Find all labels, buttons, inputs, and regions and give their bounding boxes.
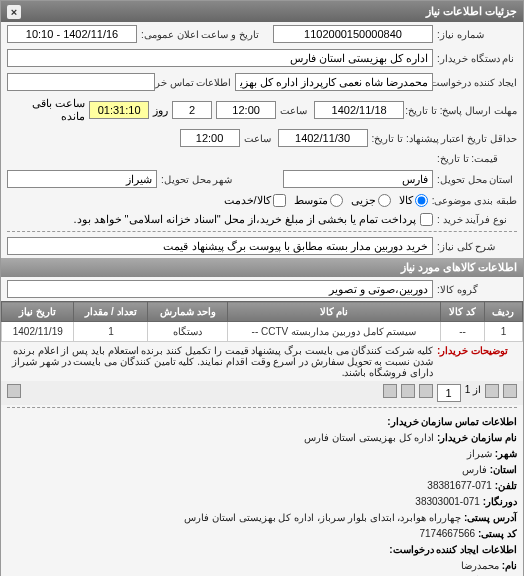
c-city-label: شهر: — [495, 448, 517, 459]
c-fax-label: دورنگار: — [483, 496, 517, 507]
category-radio-group: کالا جزیی متوسط کالا/خدمت — [224, 194, 428, 207]
th-date: تاریخ نیاز — [2, 302, 74, 322]
goods-group-label: گروه کالا: — [437, 284, 517, 295]
province-label: استان محل تحویل: — [437, 174, 517, 185]
requester-input[interactable] — [235, 73, 433, 91]
th-row: ردیف — [484, 302, 522, 322]
remaining-time-input — [89, 101, 149, 119]
buyer-notes-text: کلیه شرکت کنندگان می بایست برگ پیشنهاد ق… — [7, 345, 433, 378]
first-page-icon[interactable] — [503, 384, 517, 398]
time-label-1: ساعت — [280, 105, 310, 116]
validity-time-input[interactable] — [180, 129, 240, 147]
goods-group-input[interactable] — [7, 280, 433, 298]
th-qty: تعداد / مقدار — [74, 302, 148, 322]
th-code: کد کالا — [441, 302, 485, 322]
days-input[interactable] — [172, 101, 212, 119]
city-label: شهر محل تحویل: — [161, 174, 241, 185]
c-city-value: شیراز — [467, 448, 492, 459]
contact-section-title: اطلاعات تماس سازمان خریدار: — [387, 416, 517, 427]
goods-table: ردیف کد کالا نام کالا واحد شمارش تعداد /… — [1, 301, 523, 342]
table-header-row: ردیف کد کالا نام کالا واحد شمارش تعداد /… — [2, 302, 523, 322]
days-label: روز — [153, 104, 168, 117]
announce-label: تاریخ و ساعت اعلان عمومی: — [141, 29, 259, 40]
requester-section-title: اطلاعات ایجاد کننده درخواست: — [389, 544, 517, 555]
buyer-org-input[interactable] — [7, 49, 433, 67]
requester-label: ایجاد کننده درخواست: — [437, 77, 517, 88]
c-province-label: استان: — [490, 464, 517, 475]
org-value: اداره کل بهزیستی استان فارس — [304, 432, 434, 443]
panel-title: جزئیات اطلاعات نیاز — [426, 5, 517, 17]
remaining-label: ساعت باقی مانده — [7, 97, 85, 123]
buyer-contact-input[interactable] — [7, 73, 155, 91]
announce-input[interactable] — [7, 25, 137, 43]
prev-page-icon[interactable] — [485, 384, 499, 398]
contact-info-block: اطلاعات تماس سازمان خریدار: نام سازمان خ… — [1, 410, 523, 576]
need-number-label: شماره نیاز: — [437, 29, 517, 40]
response-deadline-label: مهلت ارسال پاسخ: تا تاریخ: — [408, 105, 517, 116]
need-number-input[interactable] — [273, 25, 433, 43]
export-icon[interactable] — [7, 384, 21, 398]
buyer-notes-label: توضیحات خریدار: — [437, 345, 517, 356]
buyer-contact-label: اطلاعات تماس خریدار — [159, 77, 231, 88]
response-date-input[interactable] — [314, 101, 404, 119]
validity-date-input[interactable] — [278, 129, 368, 147]
response-time-input[interactable] — [216, 101, 276, 119]
c-phone-label: تلفن: — [495, 480, 517, 491]
cat-service-radio[interactable]: کالا/خدمت — [224, 194, 286, 207]
need-desc-label: شرح کلی نیاز: — [437, 241, 517, 252]
page-num-input[interactable] — [437, 384, 461, 402]
buyer-org-label: نام دستگاه خریدار: — [437, 53, 517, 64]
c-fax-value: 071-38303001 — [415, 496, 480, 507]
cat-medium-radio[interactable]: متوسط — [294, 194, 343, 207]
c-address-label: آدرس پستی: — [464, 512, 517, 523]
c-name-label: نام: — [502, 560, 517, 571]
cat-all-radio[interactable]: کالا — [399, 194, 428, 207]
th-name: نام کالا — [227, 302, 440, 322]
table-row[interactable]: 1 -- سیستم کامل دوربین مداربسته CCTV -- … — [2, 322, 523, 342]
process-checkbox[interactable] — [420, 213, 433, 226]
th-unit: واحد شمارش — [148, 302, 227, 322]
panel-header: جزئیات اطلاعات نیاز × — [1, 1, 523, 22]
c-postal-label: کد پستی: — [478, 528, 517, 539]
c-postal-value: 7174667566 — [419, 528, 475, 539]
refresh-icon[interactable] — [383, 384, 397, 398]
cat-part-radio[interactable]: جزیی — [351, 194, 391, 207]
next-page-icon[interactable] — [419, 384, 433, 398]
page-info: از 1 — [465, 384, 481, 402]
process-text: پرداخت تمام یا بخشی از مبلغ خرید،از محل … — [73, 213, 416, 226]
c-province-value: فارس — [462, 464, 487, 475]
province-input[interactable] — [283, 170, 433, 188]
org-label: نام سازمان خریدار: — [437, 432, 517, 443]
details-panel: جزئیات اطلاعات نیاز × شماره نیاز: تاریخ … — [0, 0, 524, 576]
pager-toolbar: از 1 — [1, 381, 523, 405]
goods-section-title: اطلاعات کالاهای مورد نیاز — [1, 258, 523, 277]
need-desc-input[interactable] — [7, 237, 433, 255]
city-input[interactable] — [7, 170, 157, 188]
last-page-icon[interactable] — [401, 384, 415, 398]
category-label: طبقه بندی موضوعی: — [432, 195, 517, 206]
validity-label: حداقل تاریخ اعتبار پیشنهاد: تا تاریخ: — [372, 133, 517, 144]
process-type-label: نوع فرآیند خرید : — [437, 214, 517, 225]
c-phone-value: 071-38381677 — [427, 480, 492, 491]
time-label-2: ساعت — [244, 133, 274, 144]
close-icon[interactable]: × — [7, 5, 21, 19]
c-address-value: چهارراه هوابرد، ابتدای بلوار سرباز، ادار… — [184, 512, 461, 523]
c-name-value: محمدرضا — [461, 560, 499, 571]
price-label: قیمت: تا تاریخ: — [437, 153, 517, 164]
